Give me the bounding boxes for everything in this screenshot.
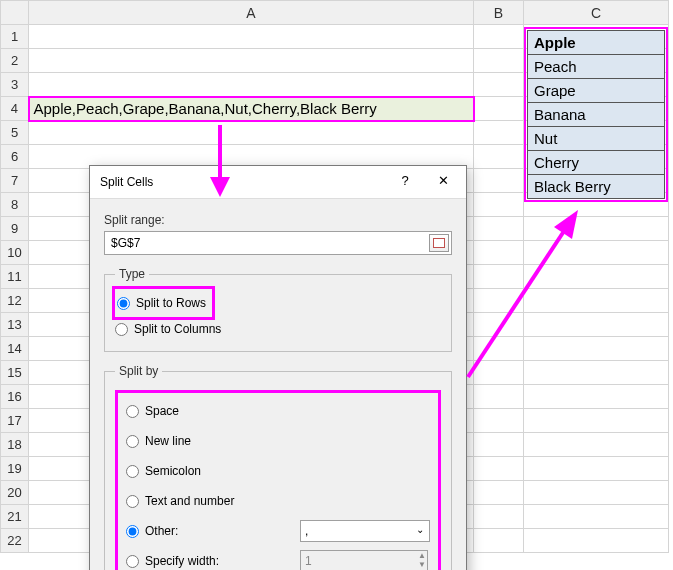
cell[interactable]: [474, 121, 524, 145]
cell[interactable]: [474, 169, 524, 193]
row-header[interactable]: 20: [1, 481, 29, 505]
row-header[interactable]: 16: [1, 385, 29, 409]
cell[interactable]: [474, 457, 524, 481]
row-header[interactable]: 1: [1, 25, 29, 49]
row-header[interactable]: 2: [1, 49, 29, 73]
row-header[interactable]: 12: [1, 289, 29, 313]
cell[interactable]: [29, 121, 474, 145]
output-cell[interactable]: Peach: [527, 54, 665, 78]
splitby-other-input[interactable]: [300, 520, 430, 542]
output-cell[interactable]: Apple: [527, 30, 665, 54]
row-header[interactable]: 21: [1, 505, 29, 529]
splitby-newline-label[interactable]: New line: [145, 434, 191, 448]
split-to-columns-radio[interactable]: [115, 323, 128, 336]
row-header[interactable]: 3: [1, 73, 29, 97]
output-cell[interactable]: Banana: [527, 102, 665, 126]
row-header[interactable]: 8: [1, 193, 29, 217]
cell[interactable]: [474, 265, 524, 289]
output-cell[interactable]: Nut: [527, 126, 665, 150]
cell[interactable]: [524, 361, 669, 385]
cell[interactable]: [524, 289, 669, 313]
cell[interactable]: [524, 481, 669, 505]
cell[interactable]: [474, 145, 524, 169]
splitby-space-label[interactable]: Space: [145, 404, 179, 418]
cell[interactable]: [29, 73, 474, 97]
cell[interactable]: [474, 385, 524, 409]
cell[interactable]: [474, 529, 524, 553]
row-header[interactable]: 18: [1, 433, 29, 457]
cell[interactable]: [29, 49, 474, 73]
row-header[interactable]: 14: [1, 337, 29, 361]
cell[interactable]: [474, 73, 524, 97]
splitby-semicolon-label[interactable]: Semicolon: [145, 464, 201, 478]
col-header-a[interactable]: A: [29, 1, 474, 25]
splitby-width-label[interactable]: Specify width:: [145, 554, 219, 568]
row-header[interactable]: 22: [1, 529, 29, 553]
cell[interactable]: [474, 337, 524, 361]
cell[interactable]: [474, 505, 524, 529]
cell[interactable]: [474, 313, 524, 337]
close-button[interactable]: ✕: [424, 172, 462, 192]
split-to-rows-label[interactable]: Split to Rows: [136, 296, 206, 310]
cell[interactable]: [524, 505, 669, 529]
output-cell[interactable]: Grape: [527, 78, 665, 102]
output-cell[interactable]: Black Berry: [527, 174, 665, 199]
row-header[interactable]: 10: [1, 241, 29, 265]
cell[interactable]: [474, 25, 524, 49]
cell[interactable]: [474, 289, 524, 313]
row-header[interactable]: 9: [1, 217, 29, 241]
split-to-rows-radio[interactable]: [117, 297, 130, 310]
splitby-space-radio[interactable]: [126, 405, 139, 418]
cell[interactable]: [474, 433, 524, 457]
row-header[interactable]: 19: [1, 457, 29, 481]
cell[interactable]: [524, 529, 669, 553]
col-header-b[interactable]: B: [474, 1, 524, 25]
dialog-titlebar[interactable]: Split Cells ? ✕: [90, 166, 466, 199]
range-picker-icon[interactable]: [429, 234, 449, 252]
row-header[interactable]: 13: [1, 313, 29, 337]
corner-cell[interactable]: [1, 1, 29, 25]
splitby-textnum-label[interactable]: Text and number: [145, 494, 234, 508]
cell[interactable]: [29, 25, 474, 49]
cell[interactable]: [474, 49, 524, 73]
type-fieldset: Type Split to Rows Split to Columns: [104, 267, 452, 352]
cell[interactable]: [524, 265, 669, 289]
cell[interactable]: [524, 313, 669, 337]
spinner-icon: ▲▼: [418, 551, 426, 569]
help-button[interactable]: ?: [386, 172, 424, 192]
splitby-legend: Split by: [115, 364, 162, 378]
splitby-other-label[interactable]: Other:: [145, 524, 178, 538]
cell-a4[interactable]: Apple,Peach,Grape,Banana,Nut,Cherry,Blac…: [29, 97, 474, 121]
row-header[interactable]: 6: [1, 145, 29, 169]
cell[interactable]: [524, 217, 669, 241]
row-header[interactable]: 11: [1, 265, 29, 289]
split-range-label: Split range:: [104, 213, 452, 227]
cell[interactable]: [474, 217, 524, 241]
cell[interactable]: [474, 193, 524, 217]
splitby-newline-radio[interactable]: [126, 435, 139, 448]
cell[interactable]: [524, 409, 669, 433]
row-header[interactable]: 17: [1, 409, 29, 433]
split-to-columns-label[interactable]: Split to Columns: [134, 322, 221, 336]
split-range-input[interactable]: [111, 236, 429, 250]
splitby-semicolon-radio[interactable]: [126, 465, 139, 478]
cell[interactable]: [524, 337, 669, 361]
cell[interactable]: [524, 385, 669, 409]
cell[interactable]: [474, 409, 524, 433]
row-header[interactable]: 4: [1, 97, 29, 121]
cell[interactable]: [474, 241, 524, 265]
row-header[interactable]: 5: [1, 121, 29, 145]
cell[interactable]: [524, 433, 669, 457]
cell[interactable]: [524, 241, 669, 265]
row-header[interactable]: 7: [1, 169, 29, 193]
cell[interactable]: [524, 457, 669, 481]
cell[interactable]: [474, 361, 524, 385]
output-cell[interactable]: Cherry: [527, 150, 665, 174]
cell[interactable]: [474, 97, 524, 121]
cell[interactable]: [474, 481, 524, 505]
col-header-c[interactable]: C: [524, 1, 669, 25]
splitby-other-radio[interactable]: [126, 525, 139, 538]
row-header[interactable]: 15: [1, 361, 29, 385]
splitby-width-radio[interactable]: [126, 555, 139, 568]
splitby-textnum-radio[interactable]: [126, 495, 139, 508]
